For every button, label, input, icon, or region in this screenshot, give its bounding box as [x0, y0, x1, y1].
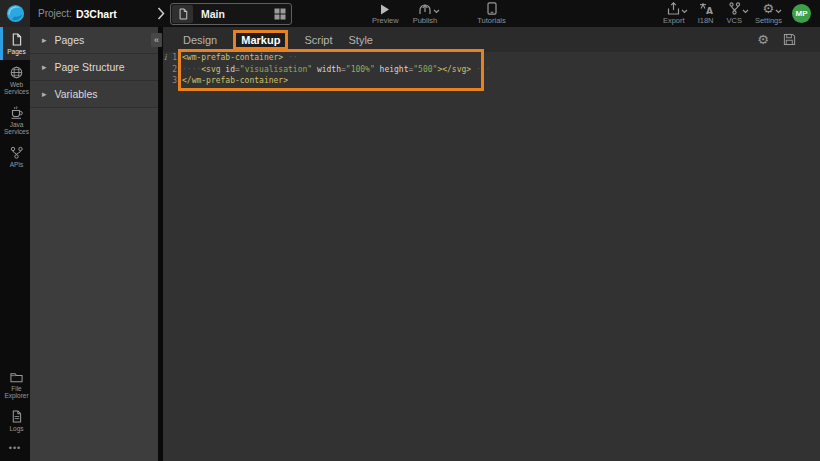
topbar-right-actions: Export A I18N: [663, 2, 782, 25]
chevron-right-icon: [157, 7, 165, 20]
tab-script[interactable]: Script: [304, 34, 332, 46]
topbar-center-actions: Preview Publish: [372, 2, 506, 25]
chevron-down-icon: [433, 9, 440, 14]
project-breadcrumb: Project: D3Chart: [38, 0, 117, 27]
tutorials-button[interactable]: Tutorials: [477, 2, 505, 25]
editor-tab-bar: Design Markup Script Style ⚙: [163, 27, 820, 52]
wavemaker-studio-window: Project: D3Chart Main: [0, 0, 820, 461]
project-label: Project:: [38, 8, 72, 19]
rail-item-file-explorer[interactable]: File Explorer: [0, 365, 30, 404]
rail-item-java-services[interactable]: Java Services: [0, 100, 30, 140]
pages-side-panel: ▸ Pages ▸ Page Structure ▸ Variables «: [30, 27, 158, 461]
chevron-right-icon: ▸: [42, 89, 47, 99]
rail-more-button[interactable]: •••: [0, 437, 30, 461]
vcs-button[interactable]: VCS: [726, 2, 741, 25]
page-icon: [11, 33, 22, 46]
page-icon: [178, 8, 188, 20]
line-number: 3: [163, 76, 178, 85]
preview-label: Preview: [372, 16, 399, 25]
rail-label: APIs: [3, 161, 31, 168]
globe-icon: [10, 66, 23, 79]
export-label: Export: [663, 16, 685, 25]
code-line: 3 </wm-prefab-container>: [163, 75, 820, 87]
tab-markup[interactable]: Markup: [233, 30, 288, 50]
project-name: D3Chart: [76, 8, 117, 20]
panel-item-pages[interactable]: ▸ Pages: [30, 27, 158, 54]
rail-label: Web Services: [3, 81, 31, 95]
code-text: <wm-prefab-container> ··: [178, 53, 298, 62]
page-tab-label: Main: [201, 8, 225, 20]
app-logo[interactable]: [0, 0, 30, 27]
api-connector-icon: [10, 146, 23, 159]
panel-item-page-structure[interactable]: ▸ Page Structure: [30, 54, 158, 81]
branch-icon: [728, 2, 741, 15]
user-avatar[interactable]: MP: [792, 4, 811, 23]
top-bar: Project: D3Chart Main: [0, 0, 820, 27]
gutter-marker: i: [164, 53, 167, 62]
tutorials-icon: [487, 2, 497, 15]
preview-button[interactable]: Preview: [372, 2, 399, 25]
rail-item-pages[interactable]: Pages: [0, 27, 30, 60]
gear-icon: ⚙: [763, 2, 775, 15]
publish-button[interactable]: Publish: [413, 2, 438, 25]
panel-item-label: Pages: [55, 34, 85, 46]
chevron-down-icon: [681, 9, 688, 14]
rail-item-apis[interactable]: APIs: [0, 140, 30, 173]
editor-toolbar-right: ⚙: [757, 33, 820, 46]
coffee-icon: [10, 106, 24, 119]
i18n-button[interactable]: A I18N: [698, 2, 714, 25]
rail-label: Java Services: [3, 121, 31, 135]
markup-code-editor[interactable]: i 1 <wm-prefab-container> ·· 2 ····<svg …: [163, 52, 820, 461]
chevron-down-icon: [742, 9, 749, 14]
code-line: i 1 <wm-prefab-container> ··: [163, 52, 820, 64]
panel-item-variables[interactable]: ▸ Variables: [30, 81, 158, 108]
grid-icon[interactable]: [274, 8, 286, 20]
tab-style[interactable]: Style: [349, 34, 373, 46]
rail-label: Logs: [3, 425, 31, 432]
gear-icon: ⚙: [757, 33, 769, 46]
editor-area: Design Markup Script Style ⚙: [163, 27, 820, 461]
chevron-down-icon: [775, 9, 782, 14]
svg-text:A: A: [706, 6, 713, 15]
rail-item-web-services[interactable]: Web Services: [0, 60, 30, 100]
markup-settings-button[interactable]: ⚙: [757, 33, 769, 46]
line-number: i 1: [163, 53, 178, 62]
left-icon-rail: Pages Web Services Java Services: [0, 27, 30, 461]
tab-design[interactable]: Design: [183, 34, 217, 46]
publish-icon: [418, 2, 432, 15]
save-button[interactable]: [783, 33, 796, 46]
panel-item-label: Variables: [55, 88, 98, 100]
tutorials-label: Tutorials: [477, 16, 505, 25]
page-tab-icon-button[interactable]: [172, 5, 193, 23]
line-number: 2: [163, 65, 178, 74]
chevron-right-icon: ▸: [42, 62, 47, 72]
play-icon: [380, 2, 390, 15]
rail-item-logs[interactable]: Logs: [0, 404, 30, 437]
settings-label: Settings: [755, 16, 782, 25]
settings-button[interactable]: ⚙ Settings: [755, 2, 782, 25]
save-icon: [783, 33, 796, 46]
i18n-label: I18N: [698, 16, 714, 25]
rail-label: Pages: [3, 48, 31, 55]
folder-icon: [10, 371, 23, 383]
panel-item-label: Page Structure: [55, 61, 125, 73]
rail-spacer: [0, 173, 30, 365]
log-file-icon: [11, 410, 22, 423]
page-tab-main[interactable]: Main: [170, 3, 292, 25]
vcs-label: VCS: [726, 16, 741, 25]
code-text: </wm-prefab-container>: [178, 76, 288, 85]
export-icon: [667, 2, 680, 15]
publish-label: Publish: [413, 16, 438, 25]
chevron-right-icon: ▸: [42, 35, 47, 45]
code-line: 2 ····<svg id="visualisation" width="100…: [163, 64, 820, 76]
export-button[interactable]: Export: [663, 2, 685, 25]
rail-label: File Explorer: [3, 385, 31, 399]
code-text: ····<svg id="visualisation" width="100%"…: [178, 65, 490, 74]
panel-collapse-button[interactable]: «: [151, 33, 162, 47]
translate-icon: A: [699, 2, 713, 15]
wavemaker-logo-icon: [6, 4, 25, 23]
